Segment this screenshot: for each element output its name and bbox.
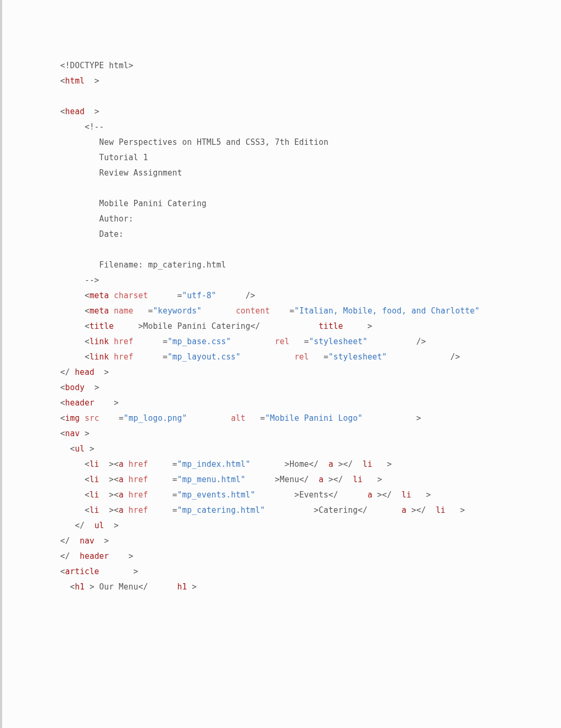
html-open: <html > [60, 76, 99, 86]
li-menu: <li ><a href ="mp_menu.html" >Menu</ a >… [60, 475, 382, 484]
li-events: <li ><a href ="mp_events.html" >Events</… [60, 490, 431, 500]
header-open: <header > [60, 398, 119, 408]
article-open: <article > [60, 567, 138, 576]
comment-l3: Review Assignment [60, 168, 182, 178]
comment-open: <!-- [60, 122, 104, 132]
comment-l6: Date: [60, 229, 124, 239]
nav-close: </ nav > [60, 536, 109, 546]
comment-l5: Author: [60, 214, 133, 224]
meta-charset: <meta charset ="utf-8" /> [60, 291, 255, 300]
header-close: </ header > [60, 551, 134, 561]
link-base-css: <link href ="mp_base.css" rel ="styleshe… [60, 337, 426, 346]
comment-close: --> [60, 275, 99, 285]
li-home: <li ><a href ="mp_index.html" >Home</ a … [60, 459, 392, 469]
head-close: </ head > [60, 367, 109, 377]
comment-l7: Filename: mp_catering.html [60, 260, 226, 270]
title-line: <title >Mobile Panini Catering</ title > [60, 321, 372, 331]
source-code-listing: <!DOCTYPE html> <html > <head > <!-- New… [0, 0, 561, 728]
comment-l2: Tutorial 1 [60, 153, 148, 162]
doctype-line: <!DOCTYPE html> [60, 61, 133, 70]
img-logo: <img src ="mp_logo.png" alt ="Mobile Pan… [60, 413, 421, 423]
body-open: <body > [60, 383, 99, 392]
ul-open: <ul > [60, 444, 95, 454]
li-catering: <li ><a href ="mp_catering.html" >Cateri… [60, 505, 465, 515]
nav-open: <nav > [60, 429, 89, 438]
comment-l1: New Perspectives on HTML5 and CSS3, 7th … [60, 137, 329, 147]
comment-l4: Mobile Panini Catering [60, 199, 207, 208]
meta-keywords: <meta name ="keywords" content ="Italian… [60, 306, 561, 316]
ul-close: </ ul > [60, 521, 119, 530]
head-open: <head > [60, 107, 99, 116]
link-layout-css: <link href ="mp_layout.css" rel ="styles… [60, 352, 460, 362]
h1-our-menu: <h1 > Our Menu</ h1 > [60, 582, 197, 592]
